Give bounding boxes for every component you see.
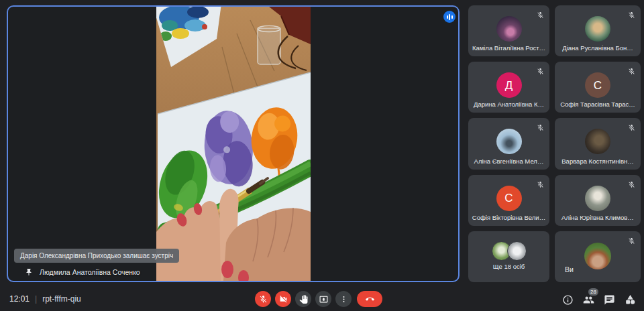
leave-call-icon — [366, 295, 374, 304]
participants-panel-button[interactable]: 28 — [583, 294, 594, 306]
mic-off-icon — [628, 179, 635, 186]
participant-name: Софія Вікторівна Вели… — [468, 214, 549, 222]
participant-name: Діана Русланівна Бон… — [555, 44, 641, 52]
self-view-tile[interactable]: Ви — [555, 231, 641, 282]
meeting-details-button[interactable] — [562, 294, 574, 306]
more-options-button[interactable] — [335, 291, 352, 307]
avatar-group — [492, 241, 527, 261]
audio-waveform-icon — [443, 11, 455, 23]
main-video-feed — [156, 7, 311, 281]
mic-off-icon — [537, 9, 544, 17]
main-video-tile[interactable]: Дарія Олександрівна Приходько залишає зу… — [7, 5, 460, 282]
pinned-participant-name: Людмила Анатоліївна Соченко — [40, 268, 140, 276]
chat-panel-button[interactable] — [604, 294, 615, 306]
present-screen-button[interactable] — [315, 291, 331, 307]
mic-off-icon — [537, 179, 544, 186]
people-icon — [583, 294, 594, 306]
mic-off-icon — [628, 122, 635, 129]
activities-button[interactable] — [625, 294, 636, 306]
divider: | — [35, 294, 37, 304]
avatar: С — [496, 186, 522, 211]
avatar — [496, 129, 522, 154]
camera-off-icon — [279, 295, 288, 304]
participant-tile[interactable]: Аліна Юріївна Климов… — [555, 175, 641, 226]
mic-off-icon — [537, 122, 544, 129]
mic-toggle-button[interactable] — [255, 291, 271, 307]
participant-tile[interactable]: Каміла Віталіївна Рост… — [468, 5, 549, 56]
participant-tile[interactable]: Д Дарина Анатоліївна К… — [468, 62, 549, 113]
avatar: С — [585, 72, 610, 98]
mic-off-icon — [628, 9, 635, 17]
avatar — [496, 16, 522, 42]
participants-count-badge: 28 — [588, 288, 598, 296]
clock: 12:01 — [9, 294, 30, 304]
mic-off-icon — [628, 66, 635, 73]
more-participants-tile[interactable]: Ще 18 осіб — [468, 231, 549, 282]
participant-name: Варвара Костянтинівн… — [555, 158, 641, 166]
painting-video-scene — [156, 7, 311, 281]
participant-name: Аліна Юріївна Климов… — [555, 214, 641, 222]
participants-grid: Каміла Віталіївна Рост… Діана Русланівна… — [468, 5, 641, 282]
participant-tile[interactable]: Варвара Костянтинівн… — [555, 118, 641, 169]
meeting-info: 12:01 | rpt-fffm-qiu — [9, 294, 81, 304]
participant-name: Софія Тарасівна Тарас… — [555, 101, 641, 109]
participant-tile[interactable]: С Софія Тарасівна Тарас… — [555, 62, 641, 113]
participant-tile[interactable]: Діана Русланівна Бон… — [555, 5, 641, 56]
participant-tile[interactable]: Аліна Євгеніївна Мел… — [468, 118, 549, 169]
participant-name: Аліна Євгеніївна Мел… — [468, 158, 549, 166]
mic-off-icon — [628, 235, 635, 243]
avatar: Д — [496, 72, 522, 98]
mic-off-icon — [259, 295, 268, 304]
mic-off-icon — [537, 66, 544, 73]
participant-name: Дарина Анатоліївна К… — [468, 101, 549, 109]
camera-toggle-button[interactable] — [275, 291, 291, 307]
avatar — [507, 241, 527, 261]
panel-buttons: 28 — [562, 294, 636, 306]
avatar — [585, 16, 610, 42]
leave-meeting-toast: Дарія Олександрівна Приходько залишає зу… — [14, 249, 179, 263]
pinned-participant: Людмила Анатоліївна Соченко — [25, 268, 140, 276]
participant-tile[interactable]: С Софія Вікторівна Вели… — [468, 175, 549, 226]
meeting-code: rpt-fffm-qiu — [42, 294, 81, 304]
pin-icon — [25, 268, 33, 276]
raise-hand-icon — [299, 295, 308, 304]
leave-call-button[interactable] — [357, 291, 382, 307]
raise-hand-button[interactable] — [295, 291, 311, 307]
chat-icon — [604, 294, 615, 306]
info-icon — [562, 294, 574, 306]
avatar — [585, 186, 610, 211]
present-screen-icon — [319, 295, 328, 304]
more-participants-label: Ще 18 осіб — [468, 263, 549, 271]
activities-icon — [625, 294, 636, 306]
participant-name: Каміла Віталіївна Рост… — [468, 44, 549, 52]
self-label: Ви — [561, 265, 577, 273]
call-controls — [255, 291, 382, 307]
avatar — [584, 243, 611, 269]
more-options-icon — [339, 295, 348, 304]
avatar — [585, 129, 610, 154]
